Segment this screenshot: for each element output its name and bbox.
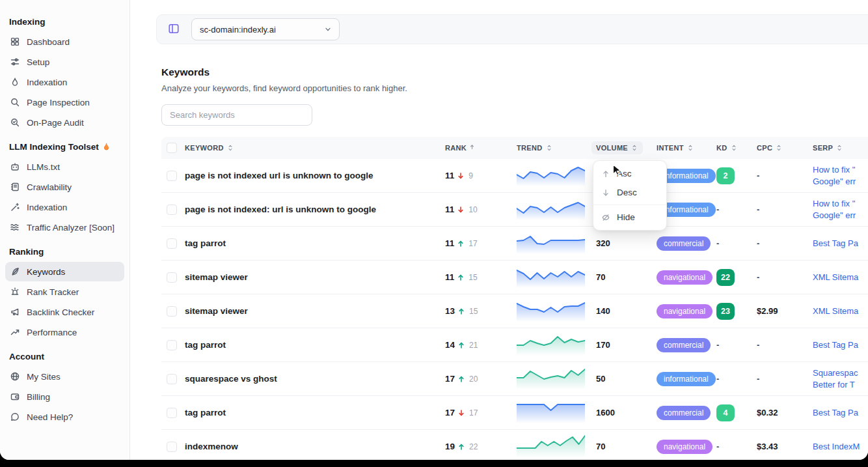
- row-checkbox[interactable]: [167, 408, 177, 418]
- table-row[interactable]: sitemap viewer1315140navigational23$2.99…: [161, 294, 868, 328]
- intent-cell: informational: [657, 372, 716, 386]
- serp-link-line[interactable]: How to fix ": [813, 198, 868, 210]
- menu-item-hide[interactable]: Hide: [593, 208, 666, 227]
- header-checkbox[interactable]: [167, 143, 177, 153]
- row-checkbox[interactable]: [167, 442, 177, 452]
- row-checkbox[interactable]: [167, 171, 177, 181]
- column-header-serp[interactable]: SERP: [813, 144, 868, 152]
- sidebar-item-indexation[interactable]: Indexation: [5, 72, 124, 92]
- table-row[interactable]: tag parrot1421170commercial--Best Tag Pa: [161, 328, 868, 362]
- domain-select[interactable]: sc-domain:indexly.ai: [191, 18, 340, 40]
- header-checkbox-cell: [161, 143, 185, 153]
- serp-link-line[interactable]: Best IndexM: [813, 441, 868, 453]
- column-header-volume[interactable]: VOLUME: [596, 141, 657, 154]
- sidebar-item-setup[interactable]: Setup: [5, 52, 124, 72]
- sidebar-item-rank-tracker[interactable]: Rank Tracker: [5, 282, 124, 302]
- flame-icon: [10, 77, 20, 87]
- intent-cell: navigational: [657, 440, 716, 454]
- sidebar-item-billing[interactable]: Billing: [5, 387, 124, 406]
- serp-link-line[interactable]: Best Tag Pa: [813, 407, 868, 419]
- sidebar-section-title: Ranking: [0, 238, 129, 261]
- sidebar-item-backlink-checker[interactable]: Backlink Checker: [5, 302, 124, 322]
- intent-badge: commercial: [657, 236, 711, 251]
- table-row[interactable]: page is not indexed url is unknown to go…: [161, 159, 868, 193]
- sidebar-item-dashboard[interactable]: Dashboard: [5, 32, 124, 51]
- trend-sparkline: [517, 298, 585, 322]
- trend-sparkline: [517, 434, 585, 457]
- serp-link-line[interactable]: Better for T: [813, 379, 868, 391]
- column-header-kd[interactable]: KD: [716, 144, 757, 152]
- column-header-intent[interactable]: INTENT: [657, 144, 716, 152]
- serp-link-line[interactable]: XML Sitema: [813, 272, 868, 283]
- row-checkbox[interactable]: [167, 340, 177, 350]
- serp-link-line[interactable]: Best Tag Pa: [813, 339, 868, 351]
- rank-previous-value: 22: [469, 442, 478, 451]
- sidebar-item-label: Billing: [27, 392, 50, 402]
- serp-link-line[interactable]: Squarespac: [813, 367, 868, 379]
- row-checkbox[interactable]: [167, 272, 177, 283]
- row-checkbox[interactable]: [167, 306, 177, 317]
- search-icon: [10, 97, 20, 107]
- menu-item-asc[interactable]: Asc: [593, 164, 666, 183]
- sort-icon: [545, 144, 553, 152]
- arrow-down-icon: [601, 188, 610, 197]
- serp-link-line[interactable]: Best Tag Pa: [813, 238, 868, 249]
- column-header-label: RANK: [445, 144, 467, 152]
- table-row[interactable]: tag parrot17171600commercial4$0.32Best T…: [161, 396, 868, 430]
- row-checkbox[interactable]: [167, 238, 177, 249]
- eye-off-icon: [601, 213, 610, 222]
- app-window: IndexingDashboardSetupIndexationPage Ins…: [0, 0, 868, 460]
- sidebar-item-performance[interactable]: Performance: [5, 322, 124, 342]
- menu-item-desc[interactable]: Desc: [593, 183, 666, 202]
- trend-cell: [517, 400, 596, 425]
- sidebar-item-crawlability[interactable]: Crawlability: [5, 177, 124, 197]
- sidebar-item-indexation[interactable]: Indexation: [5, 197, 124, 217]
- globe-icon: [10, 371, 20, 382]
- sidebar-item-traffic-analyzer-soon[interactable]: Traffic Analyzer [Soon]: [5, 218, 124, 237]
- sidebar-item-keywords[interactable]: Keywords: [5, 262, 124, 281]
- rank-value: 11: [445, 171, 454, 180]
- row-checkbox[interactable]: [167, 205, 177, 215]
- checkbox-cell: [161, 272, 185, 283]
- serp-cell: XML Sitema: [813, 305, 868, 317]
- search-input[interactable]: [161, 104, 312, 126]
- column-header-rank[interactable]: RANK: [445, 144, 517, 152]
- serp-link-line[interactable]: How to fix ": [813, 164, 868, 176]
- sidebar-item-on-page-audit[interactable]: On-Page Audit: [5, 113, 124, 132]
- serp-link-line[interactable]: Google" err: [813, 176, 868, 188]
- trend-sparkline: [517, 332, 585, 356]
- column-header-cpc[interactable]: CPC: [757, 144, 813, 152]
- wand-icon: [10, 202, 20, 212]
- table-row[interactable]: indexmenow192270navigational-$3.43Best I…: [161, 430, 868, 460]
- sidebar-item-llms-txt[interactable]: LLMs.txt: [5, 157, 124, 177]
- checkbox-cell: [161, 442, 185, 452]
- checkbox-cell: [161, 408, 185, 418]
- column-header-keyword[interactable]: KEYWORD: [185, 144, 445, 152]
- table-row[interactable]: page is not indexed: url is unknown to g…: [161, 193, 868, 227]
- keywords-table: KEYWORDRANKTRENDVOLUMEINTENTKDCPCSERP pa…: [161, 137, 868, 460]
- trend-cell: [517, 298, 596, 324]
- kd-cell: -: [716, 205, 757, 214]
- sidebar-item-page-inspection[interactable]: Page Inspection: [5, 92, 124, 112]
- rank-previous-value: 17: [468, 239, 477, 248]
- serp-link-line[interactable]: XML Sitema: [813, 305, 868, 317]
- column-header-trend[interactable]: TREND: [517, 144, 596, 152]
- sidebar-toggle-button[interactable]: [167, 23, 180, 36]
- table-row[interactable]: tag parrot1117320commercial--Best Tag Pa: [161, 227, 868, 261]
- sidebar-item-my-sites[interactable]: My Sites: [5, 367, 124, 386]
- checkbox-cell: [161, 306, 185, 317]
- rank-up-icon: [469, 144, 477, 152]
- table-row[interactable]: sitemap viewer111570navigational22-XML S…: [161, 261, 868, 294]
- rank-down-icon: [457, 206, 465, 214]
- rank-value: 13: [445, 306, 455, 316]
- volume-cell: 70: [596, 272, 657, 282]
- rank-cell: 1922: [445, 442, 517, 451]
- keyword-cell: tag parrot: [185, 340, 445, 350]
- row-checkbox[interactable]: [167, 374, 177, 384]
- sidebar-item-need-help[interactable]: Need Help?: [5, 407, 124, 427]
- trend-sparkline: [517, 366, 585, 389]
- column-header-label: VOLUME: [596, 144, 628, 152]
- serp-cell: SquarespacBetter for T: [813, 367, 868, 391]
- serp-link-line[interactable]: Google" err: [813, 210, 868, 221]
- table-row[interactable]: squarespace vs ghost172050informational-…: [161, 362, 868, 396]
